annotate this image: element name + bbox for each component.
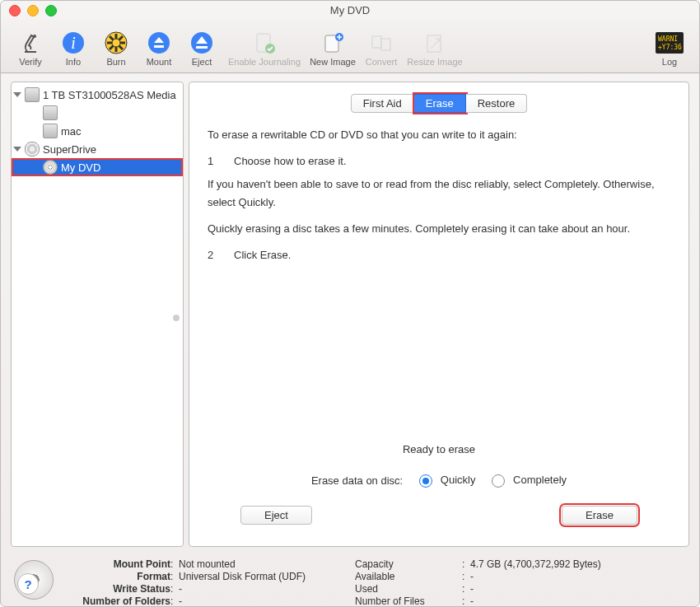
volume-icon (43, 105, 58, 120)
eject-button[interactable]: Eject (180, 29, 223, 67)
help-button[interactable]: ? (17, 573, 39, 595)
titlebar: My DVD (1, 1, 699, 20)
instructions: To erase a rewritable CD or DVD so that … (208, 126, 670, 270)
minimize-icon[interactable] (27, 5, 39, 16)
info-value: - (470, 595, 601, 607)
tab-first-aid[interactable]: First Aid (351, 94, 414, 113)
info-value: - (470, 583, 601, 595)
drive-label: SuperDrive (43, 143, 96, 156)
volume-blank[interactable] (12, 104, 183, 122)
convert-button: Convert (360, 29, 403, 67)
info-key: Available (355, 571, 462, 582)
info-key: Used (355, 583, 462, 595)
disclosure-icon[interactable] (13, 147, 21, 152)
svg-rect-16 (381, 39, 390, 50)
info-key: Mount Point (63, 558, 170, 570)
maximize-icon[interactable] (45, 5, 57, 16)
hdd-icon (25, 87, 40, 102)
resize-button: Resize Image (403, 29, 467, 67)
toolbar-label: Burn (106, 57, 125, 67)
resize-handle-icon[interactable] (173, 315, 180, 321)
erase-button[interactable]: Erase (562, 506, 637, 525)
convert-icon (367, 29, 395, 57)
info-key: Capacity (355, 558, 462, 570)
superdrive[interactable]: SuperDrive (12, 140, 183, 158)
info-value: - (179, 595, 306, 607)
erase-options: Erase data on disc: Quickly Completely (311, 474, 567, 488)
mount-icon (145, 29, 173, 57)
toolbar-label: Verify (19, 57, 42, 67)
step-text: Click Erase. (234, 246, 291, 264)
info-value: 4.7 GB (4,700,372,992 Bytes) (470, 558, 601, 570)
info-key: Number of Folders (63, 595, 170, 607)
resize-icon (421, 29, 449, 57)
mydvd-disc[interactable]: My DVD (12, 158, 183, 176)
toolbar: Verify i Info Burn Mount Eject (1, 20, 699, 73)
radio-completely[interactable]: Completely (492, 474, 567, 488)
svg-point-8 (112, 39, 120, 47)
log-icon: WARNI+Y7:36 (656, 29, 684, 57)
step-detail: Quickly erasing a disc takes a few minut… (208, 220, 670, 238)
eject-button[interactable]: Eject (240, 506, 312, 525)
info-key: Write Status (63, 583, 170, 595)
burn-button[interactable]: Burn (95, 29, 138, 67)
step-number: 1 (208, 152, 219, 170)
toolbar-label: Log (662, 57, 677, 67)
journal-icon (250, 29, 278, 57)
disclosure-icon[interactable] (13, 92, 21, 97)
eject-icon (188, 29, 216, 57)
mount-button[interactable]: Mount (138, 29, 180, 67)
info-value: - (470, 571, 601, 582)
toolbar-label: Eject (192, 57, 212, 67)
status-text: Ready to erase (403, 443, 475, 455)
tab-restore[interactable]: Restore (466, 94, 528, 113)
window-title: My DVD (330, 4, 370, 16)
app-window: My DVD Verify i Info Burn Mount (0, 0, 700, 607)
radio-quickly[interactable]: Quickly (419, 474, 475, 488)
svg-rect-17 (427, 35, 441, 52)
burn-icon (102, 29, 130, 57)
volume-icon (43, 124, 58, 138)
radio-icon (492, 474, 505, 488)
toolbar-label: Resize Image (407, 57, 462, 67)
tab-bar: First Aid Erase Restore (208, 94, 670, 113)
verify-button[interactable]: Verify (9, 29, 52, 67)
toolbar-label: New Image (310, 57, 356, 67)
optical-drive-icon (25, 142, 40, 156)
close-icon[interactable] (9, 5, 21, 16)
step-text: Choose how to erase it. (234, 152, 347, 170)
svg-text:+Y7:36: +Y7:36 (658, 44, 682, 51)
microscope-icon (16, 29, 44, 57)
volume-label: mac (61, 125, 82, 138)
info-button[interactable]: i Info (52, 29, 95, 67)
toolbar-label: Mount (147, 57, 172, 67)
erase-controls: Ready to erase Erase data on disc: Quick… (208, 443, 670, 531)
drive-root[interactable]: 1 TB ST31000528AS Media (12, 86, 183, 104)
svg-rect-15 (372, 36, 381, 48)
options-label: Erase data on disc: (311, 474, 403, 487)
info-left: Mount Point:Not mounted Format:Universal… (63, 558, 306, 607)
toolbar-label: Convert (366, 57, 398, 67)
svg-text:WARNI: WARNI (658, 35, 678, 43)
main-panel: First Aid Erase Restore To erase a rewri… (189, 82, 689, 547)
disc-label: My DVD (61, 161, 100, 174)
sidebar[interactable]: 1 TB ST31000528AS Media mac SuperDrive (11, 82, 184, 547)
tab-erase[interactable]: Erase (414, 94, 466, 113)
log-button[interactable]: WARNI+Y7:36 Log (648, 29, 691, 67)
info-value: Universal Disk Format (UDF) (179, 571, 306, 582)
info-key: Number of Files (355, 595, 462, 607)
new-image-icon (319, 29, 347, 57)
newimage-button[interactable]: New Image (306, 29, 360, 67)
radio-label: Completely (513, 474, 567, 486)
step-number: 2 (208, 246, 219, 264)
info-value: - (179, 583, 306, 595)
journaling-button: Enable Journaling (223, 29, 306, 67)
info-icon: i (59, 29, 87, 57)
info-key: Format (63, 571, 170, 582)
radio-icon (419, 474, 432, 488)
window-controls (9, 5, 57, 16)
intro-text: To erase a rewritable CD or DVD so that … (208, 126, 670, 144)
info-footer: Mount Point:Not mounted Format:Universal… (1, 552, 699, 607)
volume-mac[interactable]: mac (12, 122, 183, 140)
radio-label: Quickly (441, 474, 476, 486)
